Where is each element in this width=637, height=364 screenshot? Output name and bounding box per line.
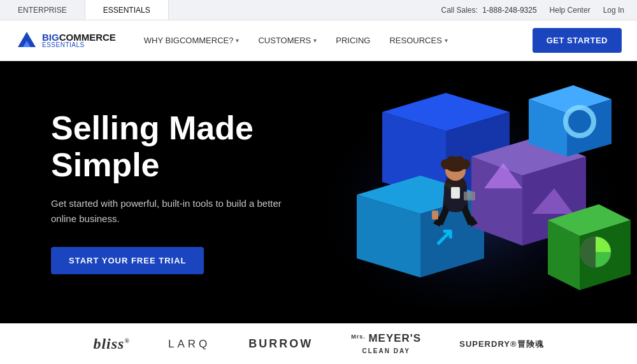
start-trial-button[interactable]: START YOUR FREE TRIAL: [51, 247, 204, 274]
svg-rect-32: [432, 211, 438, 220]
log-in-link[interactable]: Log In: [603, 6, 624, 15]
nav-link-customers[interactable]: CUSTOMERS ▾: [250, 31, 324, 50]
brand-burrow: BURROW: [248, 337, 313, 351]
svg-point-28: [447, 156, 455, 164]
main-nav: BIGCOMMERCE essentials WHY BIGCOMMERCE? …: [0, 20, 637, 61]
hero-subtitle: Get started with powerful, built-in tool…: [51, 196, 293, 227]
nav-link-pricing[interactable]: PRICING: [328, 31, 378, 50]
svg-point-29: [456, 156, 464, 164]
logo-text: BIGCOMMERCE essentials: [42, 32, 116, 48]
nav-link-why[interactable]: WHY BIGCOMMERCE? ▾: [136, 31, 247, 50]
logo-icon: [15, 29, 38, 52]
brand-bliss: bliss®: [93, 335, 130, 353]
chevron-down-icon: ▾: [236, 37, 239, 44]
brand-meyers: Mrs. MEYER'SCLEAN DAY: [351, 332, 421, 356]
top-bar: ENTERPRISE ESSENTIALS Call Sales: 1-888-…: [0, 0, 637, 20]
phone-link[interactable]: 1-888-248-9325: [482, 6, 536, 15]
chevron-down-icon: ▾: [313, 37, 317, 44]
brands-bar: bliss® LARQ BURROW Mrs. MEYER'SCLEAN DAY…: [0, 323, 637, 364]
nav-links: WHY BIGCOMMERCE? ▾ CUSTOMERS ▾ PRICING R…: [136, 31, 512, 50]
logo[interactable]: BIGCOMMERCE essentials: [15, 29, 116, 52]
hero-title: Selling Made Simple: [51, 110, 357, 183]
brand-larq: LARQ: [168, 338, 210, 351]
hero-content: Selling Made Simple Get started with pow…: [51, 110, 357, 274]
svg-rect-30: [451, 187, 460, 199]
svg-rect-31: [464, 192, 475, 200]
help-center-link[interactable]: Help Center: [550, 6, 590, 15]
chevron-down-icon: ▾: [445, 37, 448, 44]
tab-essentials[interactable]: ESSENTIALS: [85, 0, 169, 20]
top-bar-right: Call Sales: 1-888-248-9325 Help Center L…: [441, 0, 637, 20]
brand-superdry: SUPERDRY®冒険魂: [459, 339, 543, 350]
svg-text:↗: ↗: [433, 223, 455, 251]
tab-enterprise[interactable]: ENTERPRISE: [0, 0, 85, 20]
get-started-button[interactable]: GET STARTED: [533, 28, 622, 53]
nav-link-resources[interactable]: RESOURCES ▾: [382, 31, 455, 50]
hero-section: Selling Made Simple Get started with pow…: [0, 61, 637, 323]
phone-label: Call Sales: 1-888-248-9325: [441, 6, 536, 15]
